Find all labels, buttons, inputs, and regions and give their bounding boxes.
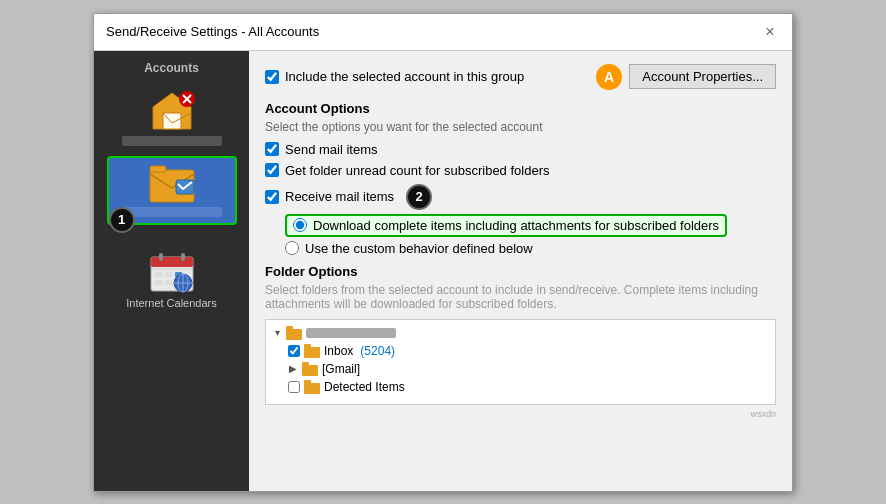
gmail-chevron[interactable]: ▶ [288, 363, 298, 374]
include-account-checkbox[interactable] [265, 70, 279, 84]
main-panel: Include the selected account in this gro… [249, 51, 792, 491]
account2-name [122, 207, 222, 217]
detected-checkbox[interactable] [288, 381, 300, 393]
folder-options-description: Select folders from the selected account… [265, 283, 776, 311]
root-folder-icon [286, 326, 302, 340]
folder-options-section: Folder Options Select folders from the s… [265, 264, 776, 405]
root-account-name [306, 328, 396, 338]
svg-rect-32 [302, 365, 318, 376]
svg-rect-20 [159, 253, 163, 261]
folder-options-label: Folder Options [265, 264, 776, 279]
include-account-label: Include the selected account in this gro… [285, 69, 524, 84]
account-properties-button[interactable]: Account Properties... [629, 64, 776, 89]
detected-label: Detected Items [324, 380, 405, 394]
account-options-section: Account Options Select the options you w… [265, 101, 776, 256]
top-row: Include the selected account in this gro… [265, 63, 776, 91]
account2-icon [148, 162, 196, 204]
window-title: Send/Receive Settings - All Accounts [106, 24, 319, 39]
inbox-count: (5204) [360, 344, 395, 358]
receive-mail-row: Receive mail items 2 [265, 184, 776, 210]
tree-root: ▾ [272, 326, 769, 340]
tree-gmail: ▶ [Gmail] [288, 362, 769, 376]
inbox-label: Inbox [324, 344, 353, 358]
tree-detected: Detected Items [288, 380, 769, 394]
svg-rect-16 [165, 272, 172, 277]
inbox-checkbox[interactable] [288, 345, 300, 357]
svg-rect-29 [286, 326, 293, 330]
detected-folder-icon [304, 380, 320, 394]
svg-rect-30 [304, 347, 320, 358]
sidebar-item-account1[interactable] [107, 89, 237, 148]
include-account-row: Include the selected account in this gro… [265, 69, 524, 84]
svg-rect-35 [304, 380, 311, 384]
accounts-label: Accounts [144, 61, 199, 75]
svg-rect-18 [155, 280, 162, 285]
download-complete-radio[interactable] [293, 218, 307, 232]
close-button[interactable]: × [760, 22, 780, 42]
tree-inbox: Inbox (5204) [288, 344, 769, 358]
svg-rect-15 [155, 272, 162, 277]
svg-rect-13 [151, 257, 193, 267]
internet-calendars-label: Internet Calendars [126, 297, 217, 309]
gmail-label: [Gmail] [322, 362, 360, 376]
title-bar: Send/Receive Settings - All Accounts × [94, 14, 792, 51]
send-mail-row: Send mail items [265, 142, 776, 157]
badge-1: 1 [109, 207, 135, 233]
svg-rect-33 [302, 362, 309, 366]
svg-rect-19 [165, 280, 172, 285]
internet-calendars-icon [149, 251, 195, 293]
svg-rect-8 [150, 166, 166, 172]
custom-behavior-radio[interactable] [285, 241, 299, 255]
get-folder-row: Get folder unread count for subscribed f… [265, 163, 776, 178]
download-complete-option: Download complete items including attach… [285, 214, 727, 237]
account-options-label: Account Options [265, 101, 776, 116]
account1-name [122, 136, 222, 146]
get-folder-checkbox[interactable] [265, 163, 279, 177]
sidebar: Accounts [94, 51, 249, 491]
account1-icon [147, 89, 197, 133]
svg-rect-28 [286, 329, 302, 340]
custom-behavior-label: Use the custom behavior defined below [305, 241, 533, 256]
download-complete-row: Download complete items including attach… [285, 214, 776, 237]
download-complete-label: Download complete items including attach… [313, 218, 719, 233]
outlook-icon: A [595, 63, 623, 91]
gmail-folder-icon [302, 362, 318, 376]
receive-mail-checkbox[interactable] [265, 190, 279, 204]
badge-2: 2 [406, 184, 432, 210]
sidebar-item-account2[interactable]: 1 [107, 156, 237, 225]
folder-tree: ▾ [265, 319, 776, 405]
svg-text:A: A [604, 69, 614, 85]
account-options-description: Select the options you want for the sele… [265, 120, 776, 134]
internet-calendars-item[interactable]: Internet Calendars [126, 251, 217, 309]
download-options: Download complete items including attach… [285, 214, 776, 256]
root-chevron[interactable]: ▾ [272, 327, 282, 338]
wsxdn-badge: wsxdn [265, 409, 776, 419]
send-mail-checkbox[interactable] [265, 142, 279, 156]
send-mail-label: Send mail items [285, 142, 377, 157]
svg-rect-34 [304, 383, 320, 394]
custom-behavior-row: Use the custom behavior defined below [285, 241, 776, 256]
svg-rect-21 [181, 253, 185, 261]
main-window: Send/Receive Settings - All Accounts × A… [93, 13, 793, 492]
get-folder-label: Get folder unread count for subscribed f… [285, 163, 549, 178]
svg-rect-31 [304, 344, 311, 348]
inbox-folder-icon [304, 344, 320, 358]
receive-mail-label: Receive mail items [285, 189, 394, 204]
